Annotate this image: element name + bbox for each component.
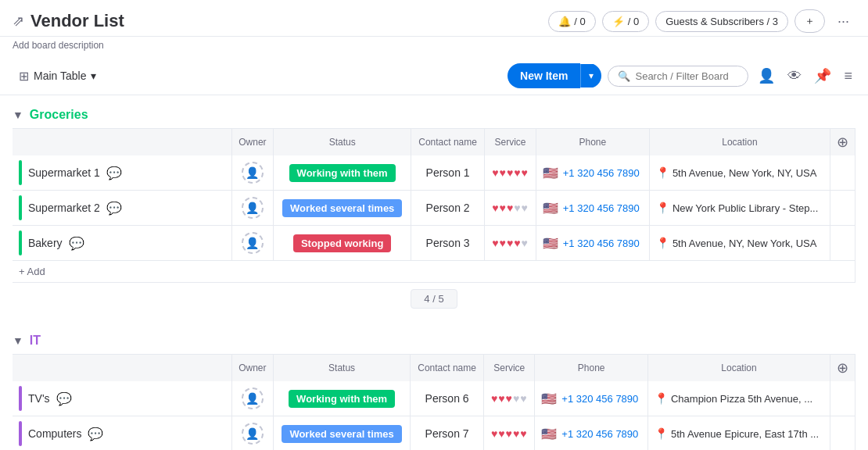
groceries-table: Owner Status Contact name Service Phone … [13, 128, 855, 283]
extra-cell [830, 226, 855, 261]
row-name: Bakery [28, 237, 63, 249]
location-cell: 📍 5th Avenue, New York, NY, USA [649, 155, 830, 191]
contact-cell: Person 1 [411, 155, 484, 191]
status-badge[interactable]: Working with them [289, 164, 396, 182]
col-owner-groceries: Owner [231, 129, 274, 156]
location-text: 5th Avenue, New York, NY, USA [673, 167, 817, 179]
color-bar [19, 421, 22, 446]
guests-button[interactable]: Guests & Subscribers / 3 [655, 11, 788, 32]
contact-cell: Person 7 [411, 416, 484, 451]
table-row: Computers 💬 👤 Worked several times Perso… [13, 416, 855, 451]
status-cell[interactable]: Worked several times [274, 191, 411, 226]
row-name-cell: Bakery 💬 [13, 226, 231, 261]
col-status-groceries: Status [274, 129, 411, 156]
invite-button[interactable]: ＋ [794, 9, 825, 33]
col-add-groceries[interactable]: ⊕ [830, 129, 855, 156]
comment-icon[interactable]: 💬 [69, 236, 84, 251]
col-add-it[interactable]: ⊕ [830, 355, 855, 382]
summary-badge-groceries: 4 / 5 [411, 289, 457, 309]
phone-cell: 🇺🇸 +1 320 456 7890 [536, 191, 649, 226]
board-description[interactable]: Add board description [0, 37, 868, 57]
comment-icon[interactable]: 💬 [106, 166, 122, 180]
status-cell[interactable]: Working with them [274, 381, 411, 416]
add-column-icon[interactable]: ⊕ [837, 134, 848, 150]
status-cell[interactable]: Worked several times [274, 416, 411, 451]
add-row-cell[interactable]: + Add [13, 261, 855, 283]
more-options-button[interactable]: ··· [831, 10, 855, 33]
phone-number: +1 320 456 7890 [561, 428, 638, 440]
owner-cell: 👤 [231, 226, 274, 261]
avatar[interactable]: 👤 [242, 197, 264, 219]
location-text: 5th Avenue Epicure, East 17th ... [671, 428, 819, 440]
contact-cell: Person 2 [411, 191, 484, 226]
avatar[interactable]: 👤 [242, 388, 264, 409]
flag-icon: 🇺🇸 [541, 427, 557, 441]
activity2-icon: ⚡ [612, 16, 625, 27]
new-item-main-button[interactable]: New Item [508, 63, 580, 88]
add-column-icon[interactable]: ⊕ [837, 360, 848, 376]
group-it: ▼ IT Owner Status Contact name Service P… [13, 334, 855, 450]
status-cell[interactable]: Working with them [274, 155, 411, 191]
new-item-dropdown-button[interactable]: ▾ [580, 64, 601, 88]
avatar[interactable]: 👤 [242, 232, 264, 254]
flag-icon: 🇺🇸 [541, 391, 557, 406]
color-bar [19, 160, 22, 185]
hearts: ♥♥♥♥♥ [492, 166, 529, 179]
comment-icon[interactable]: 💬 [56, 391, 72, 406]
location-icon: 📍 [656, 166, 669, 179]
share-icon: ⇗ [13, 12, 24, 30]
table-row: Supermarket 1 💬 👤 Working with them Pers… [13, 155, 855, 191]
col-contact-groceries: Contact name [411, 129, 484, 156]
groceries-header-row: Owner Status Contact name Service Phone … [13, 129, 855, 156]
avatar[interactable]: 👤 [242, 162, 264, 184]
row-name-cell: Supermarket 1 💬 [13, 155, 231, 191]
color-bar [19, 230, 22, 255]
row-name-cell: TV's 💬 [13, 381, 231, 416]
phone-cell: 🇺🇸 +1 320 456 7890 [535, 381, 648, 416]
extra-cell [830, 191, 855, 226]
search-input[interactable] [635, 70, 738, 82]
status-badge[interactable]: Stopped working [293, 234, 391, 252]
status-badge[interactable]: Worked several times [282, 425, 401, 443]
main-table-button[interactable]: ⊞ Main Table ▾ [13, 66, 102, 87]
owner-cell: 👤 [231, 381, 274, 416]
row-name: Supermarket 2 [28, 202, 100, 214]
new-item-button-group: New Item ▾ [508, 63, 601, 88]
app-header: ⇗ Vendor List 🔔 / 0 ⚡ / 0 Guests & Subsc… [0, 0, 868, 37]
activity-button[interactable]: 🔔 / 0 [548, 11, 595, 32]
activity-icon: 🔔 [558, 16, 571, 27]
col-location-groceries: Location [649, 129, 830, 156]
filter-icon[interactable]: ≡ [841, 65, 855, 88]
hearts: ♥♥♥♥♥ [492, 202, 529, 214]
location-text: Champion Pizza 5th Avenue, ... [671, 393, 812, 405]
status-badge[interactable]: Working with them [289, 390, 395, 408]
summary-row-groceries: 4 / 5 [13, 283, 855, 315]
eye-icon[interactable]: 👁 [784, 65, 805, 88]
status-cell[interactable]: Stopped working [274, 226, 411, 261]
group-chevron-groceries[interactable]: ▼ [13, 109, 23, 121]
person-icon[interactable]: 👤 [755, 64, 778, 88]
avatar[interactable]: 👤 [242, 423, 264, 445]
location-text: New York Public Library - Step... [673, 202, 818, 214]
phone-number: +1 320 456 7890 [563, 167, 640, 179]
comment-icon[interactable]: 💬 [88, 427, 103, 441]
activity2-button[interactable]: ⚡ / 0 [602, 11, 649, 32]
service-cell: ♥♥♥♥♥ [485, 226, 536, 261]
group-title-it: IT [30, 334, 41, 348]
row-name: Computers [28, 427, 81, 440]
location-cell: 📍 5th Avenue Epicure, East 17th ... [647, 416, 830, 451]
comment-icon[interactable]: 💬 [106, 201, 122, 216]
group-chevron-it[interactable]: ▼ [13, 334, 23, 347]
pin-icon[interactable]: 📌 [811, 64, 834, 88]
contact-cell: Person 6 [411, 381, 484, 416]
main-table-label: Main Table [34, 70, 86, 82]
group-header-it: ▼ IT [13, 334, 855, 348]
add-row[interactable]: + Add [13, 261, 855, 283]
chevron-down-icon: ▾ [91, 70, 96, 82]
hearts: ♥♥♥♥♥ [491, 392, 528, 405]
phone-cell: 🇺🇸 +1 320 456 7890 [535, 416, 648, 451]
row-name: TV's [28, 392, 50, 405]
status-badge[interactable]: Worked several times [282, 199, 402, 217]
col-phone-groceries: Phone [536, 129, 649, 156]
activity-count: / 0 [574, 16, 585, 27]
